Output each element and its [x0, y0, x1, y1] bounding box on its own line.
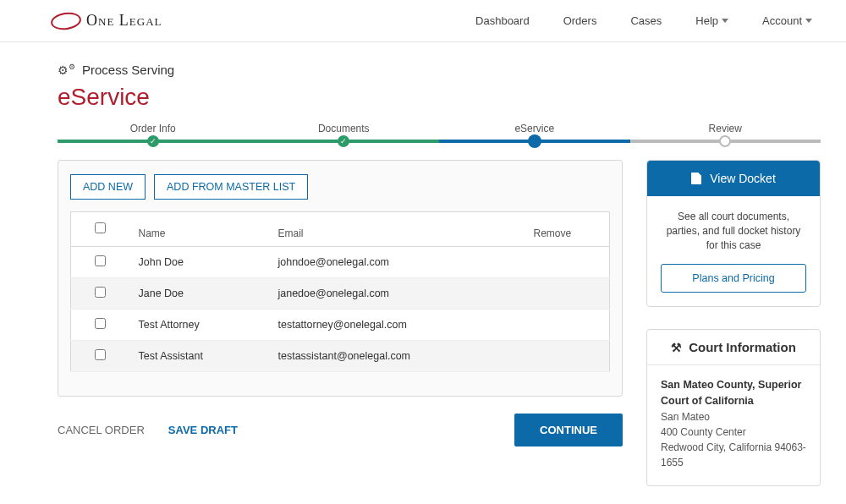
- col-email: Email: [269, 212, 525, 247]
- row-email: janedoe@onelegal.com: [269, 278, 525, 310]
- row-remove[interactable]: [525, 278, 610, 310]
- step-label: eService: [439, 123, 630, 134]
- add-new-button[interactable]: ADD NEW: [70, 174, 146, 200]
- nav-cases[interactable]: Cases: [630, 14, 662, 27]
- docket-card: View Docket See all court documents, par…: [646, 160, 821, 307]
- recipients-table: Name Email Remove John Doejohndoe@oneleg…: [70, 211, 610, 372]
- page-subtitle: Process Serving: [82, 63, 174, 77]
- step-documents[interactable]: Documents: [249, 123, 440, 143]
- top-nav: Dashboard Orders Cases Help Account: [475, 14, 812, 27]
- logo-ellipse-icon: [50, 10, 82, 31]
- col-remove: Remove: [525, 212, 610, 247]
- court-address: 400 County Center: [661, 425, 806, 440]
- document-icon: [691, 173, 701, 184]
- step-dot-icon: [147, 135, 159, 147]
- chevron-down-icon: [805, 19, 812, 23]
- table-row: Test Assistanttestassistant@onelegal.com: [71, 341, 610, 372]
- step-review[interactable]: Review: [630, 123, 821, 143]
- logo-text: One Legal: [86, 12, 162, 30]
- nav-account-label: Account: [762, 14, 802, 27]
- continue-button[interactable]: CONTINUE: [514, 414, 623, 446]
- row-email: testattorney@onelegal.com: [269, 310, 525, 341]
- table-row: John Doejohndoe@onelegal.com: [71, 247, 610, 278]
- row-email: testassistant@onelegal.com: [269, 341, 525, 372]
- court-csz: Redwood City, California 94063-1655: [661, 440, 806, 470]
- cancel-order-button[interactable]: CANCEL ORDER: [58, 424, 145, 436]
- nav-help-label: Help: [695, 14, 718, 27]
- table-row: Test Attorneytestattorney@onelegal.com: [71, 310, 610, 341]
- step-dot-icon: [338, 135, 349, 147]
- logo[interactable]: One Legal: [51, 12, 162, 30]
- row-email: johndoe@onelegal.com: [269, 247, 525, 278]
- chevron-down-icon: [722, 19, 728, 23]
- add-from-master-button[interactable]: ADD FROM MASTER LIST: [154, 174, 308, 200]
- row-name: Test Assistant: [130, 341, 270, 372]
- step-dot-icon: [719, 135, 731, 147]
- row-name: John Doe: [130, 247, 270, 278]
- recipients-panel: ADD NEW ADD FROM MASTER LIST Name Email …: [58, 160, 623, 397]
- header-bar: One Legal Dashboard Orders Cases Help Ac…: [0, 0, 846, 42]
- court-city: San Mateo: [661, 409, 806, 425]
- view-docket-label: View Docket: [710, 172, 776, 185]
- row-remove[interactable]: [525, 341, 610, 372]
- step-label: Review: [630, 123, 821, 134]
- step-order-info[interactable]: Order Info: [58, 123, 249, 143]
- plans-pricing-button[interactable]: Plans and Pricing: [661, 264, 806, 293]
- court-name: San Mateo County, Superior Court of Cali…: [661, 377, 806, 409]
- court-info-title: Court Information: [689, 340, 796, 354]
- step-eservice[interactable]: eService: [439, 123, 630, 143]
- step-dot-icon: [528, 134, 541, 148]
- row-name: Test Attorney: [130, 310, 270, 341]
- docket-description: See all court documents, parties, and fu…: [661, 210, 806, 252]
- row-remove[interactable]: [525, 310, 610, 341]
- row-name: Jane Doe: [130, 278, 270, 310]
- gear-icon: ⚙⚙: [58, 63, 75, 77]
- nav-account[interactable]: Account: [762, 14, 812, 27]
- progress-wizard: Order Info Documents eService Review: [58, 123, 821, 143]
- gavel-icon: ⚒: [671, 341, 682, 354]
- nav-dashboard[interactable]: Dashboard: [475, 14, 530, 27]
- select-all-checkbox[interactable]: [95, 222, 106, 233]
- row-checkbox[interactable]: [95, 349, 106, 360]
- row-checkbox[interactable]: [95, 287, 106, 298]
- action-row: CANCEL ORDER SAVE DRAFT CONTINUE: [58, 414, 623, 446]
- nav-help[interactable]: Help: [695, 14, 728, 27]
- save-draft-button[interactable]: SAVE DRAFT: [168, 424, 238, 436]
- col-name: Name: [130, 212, 270, 247]
- breadcrumb-row: ⚙⚙ Process Serving: [58, 63, 821, 77]
- step-label: Documents: [249, 123, 440, 134]
- row-checkbox[interactable]: [95, 318, 106, 329]
- row-remove[interactable]: [525, 247, 610, 278]
- court-info-card: ⚒ Court Information San Mateo County, Su…: [646, 329, 821, 486]
- page-title: eService: [58, 84, 821, 111]
- view-docket-button[interactable]: View Docket: [647, 161, 820, 196]
- row-checkbox[interactable]: [95, 255, 106, 266]
- nav-orders[interactable]: Orders: [563, 14, 597, 27]
- table-row: Jane Doejanedoe@onelegal.com: [71, 278, 610, 310]
- step-label: Order Info: [58, 123, 249, 134]
